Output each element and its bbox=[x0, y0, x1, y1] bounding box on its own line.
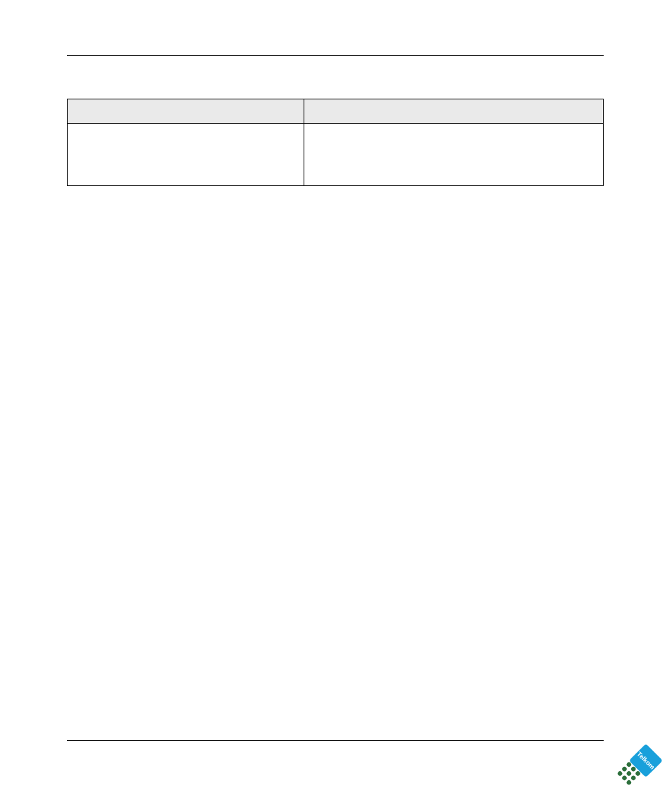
document-page: Telkom bbox=[0, 0, 672, 807]
table-header-row bbox=[68, 99, 604, 124]
table-header-cell bbox=[304, 99, 604, 124]
svg-point-8 bbox=[621, 775, 628, 781]
telkom-logo-icon: Telkom bbox=[616, 744, 662, 791]
table-header-cell bbox=[68, 99, 304, 124]
svg-point-9 bbox=[626, 780, 632, 786]
svg-point-4 bbox=[621, 766, 628, 772]
two-column-table bbox=[67, 99, 604, 186]
svg-point-6 bbox=[630, 775, 637, 781]
table-cell bbox=[304, 124, 604, 186]
table-cell bbox=[68, 124, 304, 186]
svg-point-7 bbox=[617, 770, 623, 777]
svg-point-5 bbox=[626, 770, 632, 777]
table-row bbox=[68, 124, 604, 186]
top-horizontal-rule bbox=[67, 55, 604, 56]
bottom-horizontal-rule bbox=[67, 740, 604, 741]
